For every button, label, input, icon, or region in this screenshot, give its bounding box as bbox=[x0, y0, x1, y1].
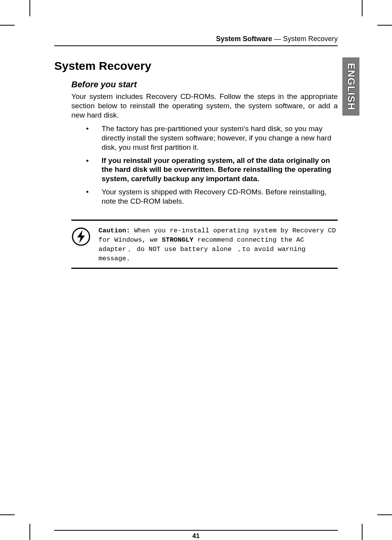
crop-mark bbox=[377, 25, 392, 26]
crop-mark bbox=[362, 0, 363, 16]
list-item: The factory has pre-partitioned your sys… bbox=[85, 124, 338, 152]
caution-strong: STRONGLY bbox=[162, 236, 193, 244]
crop-mark bbox=[377, 514, 392, 515]
page-content: System Software — System Recovery System… bbox=[54, 35, 338, 505]
bullet-list: The factory has pre-partitioned your sys… bbox=[85, 124, 338, 206]
list-item: Your system is shipped with Recovery CD-… bbox=[85, 187, 338, 206]
crop-mark bbox=[362, 524, 363, 540]
crop-mark bbox=[0, 25, 15, 26]
page-title: System Recovery bbox=[54, 59, 338, 73]
page-number: 41 bbox=[192, 532, 200, 540]
intro-paragraph: Your system includes Recovery CD-ROMs. F… bbox=[71, 92, 338, 119]
caution-callout: Caution: When you re-install operating s… bbox=[71, 220, 338, 269]
caution-text: Caution: When you re-install operating s… bbox=[98, 226, 338, 263]
page-footer: 41 bbox=[54, 530, 338, 540]
language-tab-label: ENGLISH bbox=[345, 63, 357, 111]
crop-mark bbox=[0, 514, 15, 515]
running-header: System Software — System Recovery bbox=[54, 35, 338, 46]
lightning-icon bbox=[71, 227, 91, 246]
list-item: If you reinstall your operating system, … bbox=[85, 156, 338, 183]
crop-mark bbox=[29, 0, 30, 16]
header-subsection: — System Recovery bbox=[272, 35, 338, 43]
language-tab: ENGLISH bbox=[342, 57, 359, 116]
section-heading: Before you start bbox=[71, 80, 338, 90]
header-section: System Software bbox=[216, 35, 272, 43]
crop-mark bbox=[29, 524, 30, 540]
caution-label: Caution: bbox=[98, 227, 130, 234]
